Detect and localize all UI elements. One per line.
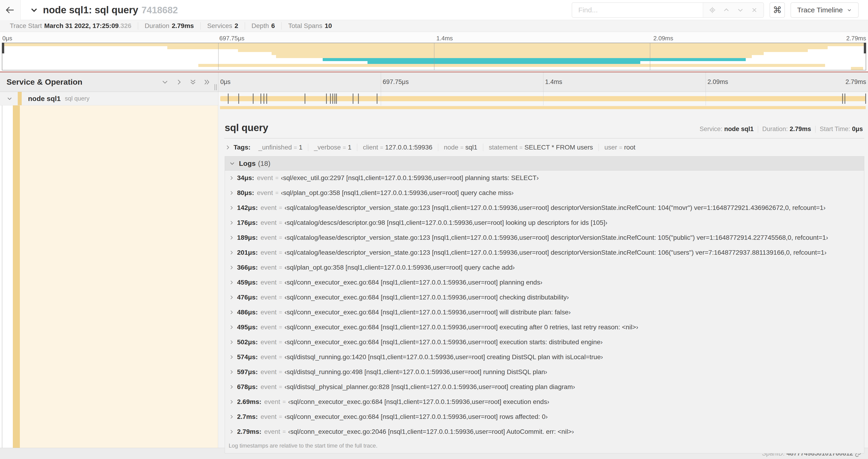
log-entry[interactable]: 366μs: event = ‹sql/plan_opt.go:358 [nsq…: [225, 260, 864, 275]
log-timestamp: 176μs:: [237, 219, 258, 226]
log-entry[interactable]: 597μs: event = ‹sql/distsql_running.go:4…: [225, 365, 864, 380]
collapse-one-icon[interactable]: [175, 78, 183, 86]
trace-view-dropdown[interactable]: Trace Timeline: [790, 2, 859, 18]
log-entry[interactable]: 486μs: event = ‹sql/conn_executor_exec.g…: [225, 305, 864, 320]
log-marker[interactable]: [377, 94, 377, 104]
span-row-name-cell[interactable]: node sql1 sql query: [0, 92, 218, 105]
log-marker[interactable]: [332, 94, 333, 104]
timeline-header-row: Service & Operation 0μs697.75μs1.4ms2.09…: [0, 72, 868, 92]
chevron-right-icon: [229, 369, 234, 375]
chevron-down-icon: [229, 160, 235, 167]
minimap-span: [276, 55, 752, 58]
log-marker[interactable]: [353, 94, 353, 104]
log-entry[interactable]: 2.79ms: event = ‹sql/conn_executor_exec.…: [225, 424, 864, 439]
log-marker[interactable]: [228, 94, 228, 104]
expand-one-icon[interactable]: [161, 78, 169, 86]
log-entry[interactable]: 678μs: event = ‹sql/distsql_physical_pla…: [225, 380, 864, 394]
log-field-value: ‹sql/conn_executor_exec.go:684 [nsql1,cl…: [284, 338, 603, 346]
prev-match-icon[interactable]: [723, 6, 730, 13]
chevron-right-icon: [229, 220, 234, 226]
find-input[interactable]: [572, 3, 703, 17]
log-field-value: ‹sql/catalog/lease/descriptor_version_st…: [284, 249, 827, 256]
log-equals-sign: =: [279, 339, 282, 346]
log-entry[interactable]: 2.69ms: event = ‹sql/conn_executor_exec.…: [225, 394, 864, 409]
log-field-value: ‹sql/conn_executor_exec.go:684 [nsql1,cl…: [284, 308, 571, 316]
log-entry[interactable]: 34μs: event = ‹sql/exec_util.go:2297 [ns…: [225, 170, 864, 186]
find-icon-group: [703, 3, 764, 17]
log-equals-sign: =: [275, 175, 279, 181]
service-name[interactable]: node sql1: [28, 95, 61, 103]
log-marker[interactable]: [326, 94, 327, 104]
span-row-timeline-cell: [218, 92, 868, 105]
log-timestamp: 502μs:: [237, 338, 258, 346]
log-field-value: ‹sql/conn_executor_exec.go:684 [nsql1,cl…: [284, 279, 542, 286]
log-marker[interactable]: [358, 94, 359, 104]
chevron-down-icon[interactable]: [30, 6, 38, 14]
log-entry[interactable]: 176μs: event = ‹sql/catalog/descs/descri…: [225, 215, 864, 230]
log-entry[interactable]: 459μs: event = ‹sql/conn_executor_exec.g…: [225, 275, 864, 290]
chevron-down-icon[interactable]: [6, 96, 12, 102]
tags-row[interactable]: Tags: _unfinished=1_verbose=1client=127.…: [224, 138, 864, 155]
minimap-span: [272, 52, 764, 55]
log-timestamp: 189μs:: [237, 234, 258, 241]
log-marker[interactable]: [267, 94, 267, 104]
back-button[interactable]: [0, 0, 21, 20]
log-field-value: ‹sql/plan_opt.go:358 [nsql1,client=127.0…: [281, 189, 514, 197]
log-marker[interactable]: [330, 94, 331, 104]
minimap-right-scrubber[interactable]: [864, 43, 866, 54]
log-entry[interactable]: 476μs: event = ‹sql/conn_executor_exec.g…: [225, 290, 864, 305]
collapse-all-icon[interactable]: [203, 78, 211, 86]
span-detail-card: sql query Service:node sql1Duration:2.79…: [218, 105, 868, 453]
log-entry[interactable]: 2.7ms: event = ‹sql/conn_executor_exec.g…: [225, 409, 864, 424]
log-marker[interactable]: [842, 94, 843, 104]
log-entry[interactable]: 502μs: event = ‹sql/conn_executor_exec.g…: [225, 335, 864, 350]
chevron-right-icon: [229, 205, 234, 210]
minimap-gridline: [434, 43, 434, 70]
summary-item: Duration2.79ms: [138, 22, 200, 30]
log-field-value: ‹sql/conn_executor_exec.go:684 [nsql1,cl…: [284, 294, 569, 301]
log-field-value: ‹sql/distsql_running.go:1420 [nsql1,clie…: [284, 353, 603, 361]
log-marker[interactable]: [336, 94, 337, 104]
log-entry[interactable]: 80μs: event = ‹sql/plan_opt.go:358 [nsql…: [225, 186, 864, 200]
log-marker[interactable]: [334, 94, 335, 104]
log-marker[interactable]: [865, 94, 866, 104]
log-field-key: event: [260, 204, 277, 211]
next-match-icon[interactable]: [737, 6, 744, 13]
log-marker[interactable]: [264, 94, 265, 104]
chevron-right-icon: [229, 250, 234, 255]
log-field-key: event: [257, 174, 273, 182]
clear-search-icon[interactable]: [751, 6, 758, 13]
tag-item: statement=SELECT * FROM users: [483, 144, 599, 151]
logs-list: 34μs: event = ‹sql/exec_util.go:2297 [ns…: [225, 170, 864, 439]
tags-list: _unfinished=1_verbose=1client=127.0.0.1:…: [253, 144, 641, 151]
log-entry[interactable]: 201μs: event = ‹sql/catalog/lease/descri…: [225, 245, 864, 260]
locate-icon[interactable]: [709, 6, 716, 13]
expand-all-icon[interactable]: [189, 78, 197, 86]
log-timestamp: 366μs:: [237, 264, 258, 271]
log-marker[interactable]: [844, 94, 845, 104]
log-marker[interactable]: [253, 94, 253, 104]
chevron-right-icon[interactable]: [225, 144, 231, 151]
tag-item: user=root: [599, 144, 641, 151]
log-marker[interactable]: [239, 94, 239, 104]
log-field-value: ‹sql/conn_executor_exec.go:2046 [nsql1,c…: [288, 428, 574, 435]
log-entry[interactable]: 142μs: event = ‹sql/catalog/lease/descri…: [225, 200, 864, 215]
trace-minimap[interactable]: 0μs697.75μs1.4ms2.09ms2.79ms: [0, 32, 868, 72]
summary-item: Trace StartMarch 31 2022, 17:25:09.326: [3, 22, 138, 30]
trace-page-header: node sql1: sql query7418682 ⌘ Tr: [0, 0, 868, 20]
log-field-key: event: [260, 353, 277, 361]
log-entry[interactable]: 495μs: event = ‹sql/conn_executor_exec.g…: [225, 320, 864, 335]
log-marker[interactable]: [305, 94, 305, 104]
chevron-right-icon: [229, 175, 234, 181]
minimap-canvas[interactable]: [2, 43, 866, 70]
log-field-key: event: [260, 383, 277, 391]
keyboard-shortcuts-button[interactable]: ⌘: [770, 2, 785, 18]
log-marker[interactable]: [260, 94, 261, 104]
log-entry[interactable]: 574μs: event = ‹sql/distsql_running.go:1…: [225, 350, 864, 365]
minimap-left-scrubber[interactable]: [2, 43, 4, 54]
log-equals-sign: =: [279, 369, 282, 375]
logs-header[interactable]: Logs (18): [225, 157, 864, 170]
log-entry[interactable]: 189μs: event = ‹sql/catalog/lease/descri…: [225, 230, 864, 245]
timeline-tick-label: 697.75μs: [383, 78, 409, 86]
minimap-tick-label: 2.09ms: [653, 35, 673, 42]
